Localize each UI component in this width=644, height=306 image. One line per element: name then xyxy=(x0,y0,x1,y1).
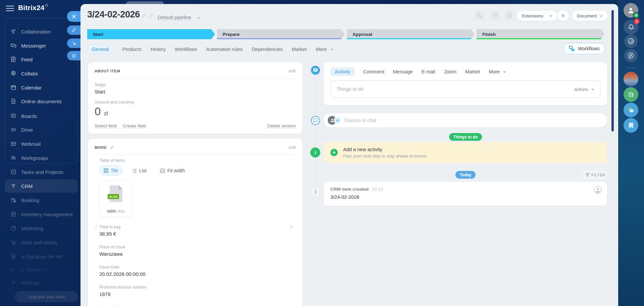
view-fit-width-button[interactable]: Fit width xyxy=(156,166,189,175)
delete-section-link[interactable]: Delete section xyxy=(267,123,296,129)
tab-dependencies[interactable]: Dependencies xyxy=(252,47,283,52)
discuss-in-chat-bar[interactable]: + Discuss in chat xyxy=(324,113,607,127)
sidebar-item-sites-stores[interactable]: Sites and stores xyxy=(5,236,78,249)
extensions-button[interactable]: Extensions xyxy=(517,11,557,21)
view-list-button[interactable]: List xyxy=(128,166,151,175)
sidebar-item-crm[interactable]: CRM xyxy=(5,179,78,193)
app-logo[interactable]: Bitrix24 xyxy=(18,4,48,12)
sidebar-item-messenger[interactable]: Messenger xyxy=(5,39,78,52)
stage-start[interactable]: Start xyxy=(87,29,215,39)
chat-button[interactable] xyxy=(504,10,515,21)
tab-comment[interactable]: Comment xyxy=(363,69,384,74)
sidebar-item-collabs[interactable]: Collabs xyxy=(5,67,78,80)
select-field-link[interactable]: Select field xyxy=(95,123,117,129)
tab-zoom[interactable]: Zoom xyxy=(444,69,457,74)
edit-section-link[interactable]: edit xyxy=(288,68,296,73)
edit-title-icon[interactable] xyxy=(142,13,146,19)
create-field-link[interactable]: Create field xyxy=(123,123,146,129)
things-to-do-badge: Things to do xyxy=(449,133,482,141)
chat-messages-button[interactable] xyxy=(624,103,638,117)
hamburger-menu-icon[interactable] xyxy=(6,6,14,12)
edit-section-link[interactable]: edit xyxy=(288,145,296,150)
collapse-slider-button[interactable] xyxy=(67,39,80,48)
stage-approval[interactable]: Approval xyxy=(347,29,475,39)
panel-scrollbar[interactable] xyxy=(611,10,614,131)
open-new-window-button[interactable] xyxy=(67,51,80,60)
phone-icon xyxy=(477,13,482,18)
sidebar-item-calendar[interactable]: Calendar xyxy=(5,81,78,94)
stage-field-label: Stage xyxy=(95,82,296,87)
section-title: MORE xyxy=(95,145,107,149)
banner-subtitle: Plan your next step to stay ahead of eve… xyxy=(343,154,427,159)
workflows-button[interactable]: Workflows xyxy=(564,43,605,54)
tab-market[interactable]: Market xyxy=(292,47,307,52)
sidebar-item-workgroups[interactable]: Workgroups xyxy=(5,151,78,165)
add-participant-icon[interactable]: + xyxy=(334,117,341,124)
sidebar-item-collaboration[interactable]: Collaboration xyxy=(5,25,78,38)
sidebar-item-esignature[interactable]: e-Signature xyxy=(5,262,78,276)
document-button[interactable]: Document xyxy=(572,11,607,21)
hexagon-icon xyxy=(10,70,16,76)
tab-automation-rules[interactable]: Automation rules xyxy=(206,47,243,52)
call-button[interactable] xyxy=(474,10,485,21)
sidebar-item-tasks[interactable]: Tasks and Projects xyxy=(5,165,78,179)
news-button[interactable] xyxy=(624,87,638,102)
todo-input[interactable]: Things to do actions xyxy=(330,80,600,98)
plus-icon[interactable]: + xyxy=(330,149,338,156)
tab-more[interactable]: More xyxy=(316,47,333,52)
sidebar-item-booking[interactable]: Booking xyxy=(5,193,78,207)
tab-products[interactable]: Products xyxy=(122,47,142,52)
filter-button[interactable]: FILTER xyxy=(582,171,609,179)
timeline-entry-crm-item-created[interactable]: CRM item created 22:12 3/24-02-2026 xyxy=(324,182,607,206)
actions-dropdown[interactable]: actions xyxy=(574,87,594,92)
tab-history[interactable]: History xyxy=(151,47,166,52)
sidebar-item-esignature-hr[interactable]: e-Signature for HR xyxy=(5,250,78,263)
tab-more[interactable]: More xyxy=(489,69,506,74)
user-avatar[interactable] xyxy=(624,3,638,18)
bookmark-button[interactable] xyxy=(624,118,638,133)
sidebar-item-webmail[interactable]: Webmail xyxy=(5,137,78,150)
view-tile-button[interactable]: Tile xyxy=(99,166,122,176)
stage-finish[interactable]: Finish xyxy=(477,29,604,39)
funnel-lines-icon xyxy=(10,183,16,189)
tab-market[interactable]: Market xyxy=(465,69,480,74)
sidebar-item-inventory[interactable]: Inventory management xyxy=(5,207,78,221)
settings-button[interactable] xyxy=(557,11,569,21)
tab-workflows[interactable]: Workflows xyxy=(175,47,197,52)
upgrade-plan-button[interactable]: Upgrade your plan xyxy=(15,291,78,302)
copy-link-button[interactable] xyxy=(67,25,80,35)
sidebar-item-marketing[interactable]: Marketing xyxy=(5,222,78,235)
sidebar-item-drive[interactable]: Drive xyxy=(5,123,78,136)
tab-message[interactable]: Message xyxy=(393,69,413,74)
tab-activity[interactable]: Activity xyxy=(330,67,355,76)
field-proforma-number: Proforma Invoice number 1879 xyxy=(99,285,296,297)
pipeline-selector[interactable]: Default pipeline xyxy=(158,15,191,20)
tab-general[interactable]: General xyxy=(87,45,113,54)
entry-title: CRM item created xyxy=(330,187,369,192)
copilot-button[interactable] xyxy=(624,35,638,48)
bitrix24-app: Bitrix24 Collaboration Messenger Feed Co… xyxy=(0,0,644,306)
sidebar-item-online-documents[interactable]: Online documents xyxy=(5,95,78,108)
contact-avatar[interactable] xyxy=(624,72,638,86)
sidebar-item-boards[interactable]: Boards xyxy=(5,109,78,123)
email-button[interactable] xyxy=(490,10,500,21)
chevron-down-icon xyxy=(503,71,506,73)
file-tile-table-xlsx[interactable]: XLSX table.xlsx xyxy=(99,180,132,217)
translate-chat-button[interactable] xyxy=(624,49,638,62)
field-settings-gear-icon[interactable] xyxy=(289,225,294,231)
title-link-icon[interactable] xyxy=(149,13,153,19)
sidebar-item-settings[interactable]: Settings xyxy=(5,276,78,289)
tab-email[interactable]: E-mail xyxy=(422,69,435,74)
add-activity-banner[interactable]: + Add a new activity Plan your next step… xyxy=(324,142,607,163)
amount-value[interactable]: 0 xyxy=(95,105,101,118)
drag-handle-icon[interactable] xyxy=(95,225,97,231)
chat-arrows-icon xyxy=(627,52,635,59)
pencil-icon[interactable] xyxy=(110,145,114,149)
discuss-placeholder: Discuss in chat xyxy=(344,118,376,123)
stage-prepare[interactable]: Prepare xyxy=(217,29,345,39)
close-slider-button[interactable] xyxy=(67,11,80,22)
amount-currency[interactable]: zł xyxy=(104,110,108,117)
stage-field-value[interactable]: Start xyxy=(95,89,296,95)
notifications-button[interactable]: 1 xyxy=(624,20,638,35)
target-arrow-icon xyxy=(10,225,16,231)
